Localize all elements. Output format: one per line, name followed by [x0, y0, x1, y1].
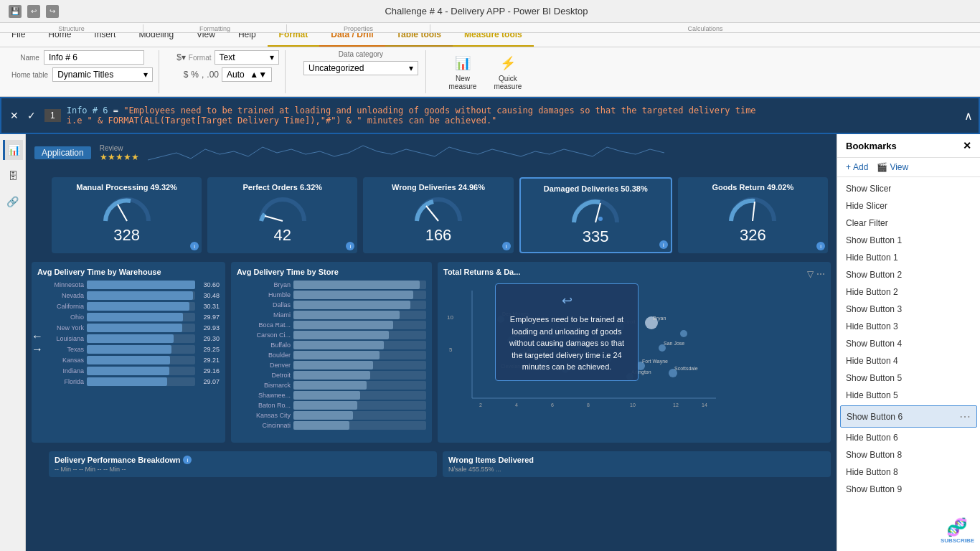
- bookmarks-title: Bookmarks: [846, 141, 897, 151]
- hbar-label-2: Humble: [237, 291, 291, 298]
- hbar-track-6: [293, 331, 426, 339]
- bar-val-7: 29.25: [198, 346, 220, 353]
- app-section: Application: [34, 146, 91, 159]
- chart-panel-3: Total Returns & Da... ▽ ⋯ ↩ Employees ne…: [438, 262, 831, 443]
- hbar-label-13: Baton Ro...: [237, 402, 291, 409]
- bookmark-show-button2[interactable]: Show Button 2: [837, 266, 980, 283]
- undo-icon[interactable]: ↩: [27, 5, 40, 18]
- hbar-fill-6: [293, 331, 389, 339]
- home-table-label: Home table: [11, 71, 48, 79]
- bookmarks-add-button[interactable]: + Add: [846, 162, 868, 172]
- formula-equals: =: [113, 105, 123, 116]
- svg-text:6: 6: [551, 402, 554, 408]
- bookmarks-view-button[interactable]: 🎬 View: [877, 162, 908, 172]
- hbar-6: Carson Ci...: [237, 331, 426, 339]
- bookmark-hide-button3[interactable]: Hide Button 3: [837, 318, 980, 335]
- left-sidebar: 📊 🗄 🔗: [0, 134, 26, 551]
- data-category-select[interactable]: Uncategorized▾: [303, 61, 418, 75]
- bookmark-show-slicer[interactable]: Show Slicer: [837, 180, 980, 197]
- bar-val-10: 29.07: [198, 378, 220, 385]
- add-icon: +: [846, 162, 851, 172]
- auto-select[interactable]: Auto▲▼: [222, 67, 272, 82]
- chart3-more-icon[interactable]: ⋯: [816, 269, 825, 279]
- formula-content: Info # 6 = "Employees need to be trained…: [67, 105, 958, 126]
- ribbon: File Home Insert Modeling View Help Form…: [0, 23, 980, 97]
- bar-row-2: Nevada 30.48: [37, 291, 220, 300]
- home-table-select[interactable]: Dynamic Titles ▾: [52, 67, 153, 82]
- bookmark-hide-button1[interactable]: Hide Button 1: [837, 249, 980, 266]
- charts-row: Avg Delivery Time by Warehouse Minnesota…: [26, 259, 837, 446]
- hbar-label-3: Dallas: [237, 301, 291, 309]
- tooltip-back-icon[interactable]: ↩: [506, 291, 628, 311]
- bookmark-show-button4[interactable]: Show Button 4: [837, 335, 980, 352]
- kpi-card-4: Damaged Deliveries 50.38% 335 i: [519, 177, 672, 253]
- sidebar-model-icon[interactable]: 🔗: [3, 192, 23, 212]
- hbar-track-3: [293, 301, 426, 309]
- bookmark-show-button9[interactable]: Show Button 9: [837, 481, 980, 498]
- bookmark-more-icon[interactable]: ⋯: [959, 410, 971, 423]
- dollar-symbol: $: [184, 70, 189, 80]
- bookmarks-close-icon[interactable]: ✕: [963, 140, 971, 151]
- kpi-card-2: Perfect Orders 6.32% 42 i: [207, 177, 357, 253]
- redo-icon[interactable]: ↪: [46, 5, 59, 18]
- svg-text:San Jose: San Jose: [664, 341, 684, 346]
- chart3-filter-icon[interactable]: ▽: [807, 269, 814, 279]
- ribbon-name-group: Name Home table Dynamic Titles ▾: [6, 50, 159, 93]
- hbar-fill-1: [293, 281, 420, 289]
- bookmark-hide-button4[interactable]: Hide Button 4: [837, 352, 980, 369]
- formula-close-button[interactable]: ✕: [7, 108, 22, 123]
- bottom-panel-1: Delivery Performance Breakdown i -- Min …: [49, 451, 437, 477]
- bookmark-show-button6[interactable]: Show Button 6 ⋯: [840, 405, 977, 428]
- bar-row-1: Minnesota 30.60: [37, 281, 220, 289]
- hbar-track-1: [293, 281, 426, 289]
- name-input[interactable]: [44, 50, 144, 65]
- formula-confirm-button[interactable]: ✓: [24, 108, 39, 123]
- hbar-fill-12: [293, 391, 360, 400]
- quick-measure-button[interactable]: ⚡ Quick measure: [488, 50, 527, 93]
- bookmark-show-button8[interactable]: Show Button 8: [837, 446, 980, 463]
- hbar-11: Bismarck: [237, 381, 426, 390]
- kpi-info-5: i: [816, 242, 825, 250]
- bar-track-4: [87, 313, 195, 321]
- bookmark-hide-button2[interactable]: Hide Button 2: [837, 283, 980, 301]
- bookmark-show-button3[interactable]: Show Button 3: [837, 301, 980, 318]
- bar-val-1: 30.60: [198, 281, 220, 288]
- format-select[interactable]: Text▾: [215, 50, 279, 65]
- hbar-fill-13: [293, 401, 357, 410]
- bookmark-show-button1[interactable]: Show Button 1: [837, 232, 980, 249]
- bookmark-hide-slicer[interactable]: Hide Slicer: [837, 197, 980, 215]
- bottom-row: Delivery Performance Breakdown i -- Min …: [43, 448, 837, 480]
- bookmark-hide-button5[interactable]: Hide Button 5: [837, 387, 980, 404]
- bookmark-clear-filter[interactable]: Clear Filter: [837, 215, 980, 232]
- hbar-track-13: [293, 401, 426, 410]
- hbar-fill-15: [293, 421, 349, 430]
- tooltip-text: Employees need to be trained at loading …: [509, 315, 624, 371]
- formula-line2: i.e " & FORMAT(ALL(Target[Target Deliver…: [67, 116, 958, 126]
- kpi-title-1: Manual Processing 49.32%: [76, 183, 177, 192]
- window-title: Challenge # 4 - Delivery APP - Power BI …: [385, 6, 588, 17]
- sidebar-data-icon[interactable]: 🗄: [3, 166, 23, 186]
- sidebar-report-icon[interactable]: 📊: [3, 140, 23, 160]
- hbar-track-12: [293, 391, 426, 400]
- svg-text:Scottsdale: Scottsdale: [674, 366, 698, 371]
- bottom2-placeholder: N/sale 455.55% ...: [448, 466, 825, 473]
- chart3-tools: ▽ ⋯: [807, 269, 825, 279]
- bookmark-hide-button6[interactable]: Hide Button 6: [837, 429, 980, 446]
- nav-left-icon[interactable]: ←→: [32, 330, 43, 356]
- dna-icon: 🧬: [941, 517, 974, 537]
- bookmark-hide-button8[interactable]: Hide Button 8: [837, 463, 980, 481]
- bar-track-5: [87, 324, 195, 332]
- new-measure-button[interactable]: 📊 New measure: [443, 50, 483, 93]
- save-icon[interactable]: 💾: [9, 5, 22, 18]
- subscribe-button[interactable]: 🧬 SUBSCRIBE: [941, 517, 974, 544]
- hbar-15: Cincinnati: [237, 421, 426, 430]
- svg-text:4: 4: [515, 402, 518, 408]
- formula-collapse-button[interactable]: ∧: [964, 109, 973, 123]
- bar-row-7: Texas 29.25: [37, 345, 220, 354]
- bar-val-4: 29.97: [198, 314, 220, 321]
- bar-track-8: [87, 356, 195, 364]
- bookmark-show-button5[interactable]: Show Button 5: [837, 369, 980, 387]
- bar-fill-1: [87, 281, 195, 289]
- bookmarks-actions: + Add 🎬 View: [837, 158, 980, 177]
- bottom1-placeholder: -- Min -- -- Min -- -- Min --: [55, 466, 431, 473]
